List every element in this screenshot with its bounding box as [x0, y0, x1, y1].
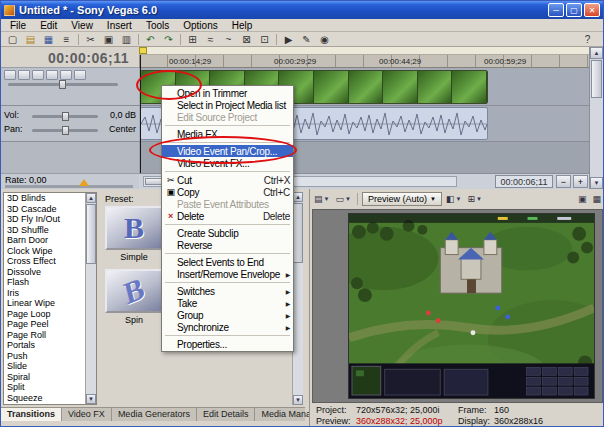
- envelope-edit-tool-icon[interactable]: ✎: [298, 33, 315, 46]
- auto-ripple-icon[interactable]: ~: [220, 33, 237, 46]
- menu-view[interactable]: View: [64, 20, 100, 31]
- edit-cursor[interactable]: [140, 55, 141, 173]
- preset-thumbnail-simple[interactable]: B: [105, 206, 163, 250]
- cut-icon[interactable]: ✂: [82, 33, 99, 46]
- tab-edit-details[interactable]: Edit Details: [197, 408, 256, 421]
- preview-quality-dropdown[interactable]: Preview (Auto)▼: [362, 192, 442, 206]
- project-properties-icon[interactable]: ≡: [58, 33, 75, 46]
- scroll-up-icon[interactable]: ▲: [86, 193, 96, 203]
- scroll-up-icon[interactable]: ▲: [590, 47, 603, 59]
- transition-item[interactable]: Page Peel: [4, 319, 85, 330]
- context-menu-item-open-in-trimmer[interactable]: Open in Trimmer: [162, 87, 293, 99]
- context-menu-item-take[interactable]: Take▶: [162, 297, 293, 309]
- redo-icon[interactable]: ↷: [160, 33, 177, 46]
- pan-slider[interactable]: [32, 129, 98, 132]
- transition-item[interactable]: Push: [4, 351, 85, 362]
- minimize-button[interactable]: ─: [548, 3, 564, 17]
- timeline-timecode-field[interactable]: 00:00:06;11: [495, 175, 553, 188]
- close-button[interactable]: ✕: [584, 3, 600, 17]
- copy-icon[interactable]: ▣: [100, 33, 117, 46]
- panel-scrollbar-thumb[interactable]: [293, 203, 303, 263]
- marker-bar[interactable]: [139, 47, 591, 55]
- split-screen-view-icon[interactable]: ◧▼: [444, 192, 463, 206]
- track-level-slider[interactable]: [8, 83, 118, 86]
- transition-item[interactable]: Split: [4, 382, 85, 393]
- context-menu-item-insert-remove-envelope[interactable]: Insert/Remove Envelope▶: [162, 268, 293, 280]
- context-menu-item-video-event-fx[interactable]: Video Event FX...: [162, 157, 293, 169]
- context-menu-item-select-in-project-media-list[interactable]: Select in Project Media list: [162, 99, 293, 111]
- transition-item[interactable]: Barn Door: [4, 235, 85, 246]
- preset-thumbnail-spin[interactable]: B: [105, 269, 163, 313]
- scroll-down-icon[interactable]: ▼: [293, 395, 303, 405]
- context-menu-item-properties[interactable]: Properties...: [162, 338, 293, 350]
- open-project-icon[interactable]: ▤: [22, 33, 39, 46]
- new-project-icon[interactable]: ▢: [4, 33, 21, 46]
- scroll-down-icon[interactable]: ▼: [590, 177, 603, 189]
- menu-edit[interactable]: Edit: [33, 20, 64, 31]
- track-automation-button[interactable]: [74, 70, 86, 80]
- track-fx-button[interactable]: [60, 70, 72, 80]
- rate-slider[interactable]: [5, 185, 133, 188]
- menu-options[interactable]: Options: [176, 20, 224, 31]
- cursor-marker-flag[interactable]: [139, 47, 147, 54]
- transition-item[interactable]: 3D Fly In/Out: [4, 214, 85, 225]
- context-menu-item-switches[interactable]: Switches▶: [162, 285, 293, 297]
- rate-slider-marker[interactable]: [79, 179, 89, 186]
- enable-snapping-icon[interactable]: ⊞: [184, 33, 201, 46]
- menu-tools[interactable]: Tools: [139, 20, 176, 31]
- transition-item[interactable]: Spiral: [4, 372, 85, 383]
- copy-snapshot-icon[interactable]: ▣: [576, 192, 589, 206]
- transition-item[interactable]: Page Roll: [4, 330, 85, 341]
- context-menu-item-group[interactable]: Group▶: [162, 309, 293, 321]
- undo-icon[interactable]: ↶: [142, 33, 159, 46]
- transition-item[interactable]: Flash: [4, 277, 85, 288]
- track-mute-button[interactable]: [32, 70, 44, 80]
- normal-edit-tool-icon[interactable]: ▶: [280, 33, 297, 46]
- ignore-event-grouping-icon[interactable]: ⊡: [256, 33, 273, 46]
- tab-transitions[interactable]: Transitions: [1, 408, 62, 421]
- zoom-in-button[interactable]: +: [573, 175, 588, 188]
- auto-crossfades-icon[interactable]: ≈: [202, 33, 219, 46]
- context-menu-item-delete[interactable]: ×DeleteDelete: [162, 210, 293, 222]
- track-bypass-fx-button[interactable]: [18, 70, 30, 80]
- transition-item[interactable]: 3D Blinds: [4, 193, 85, 204]
- transition-item[interactable]: 3D Shuffle: [4, 225, 85, 236]
- context-menu-item-copy[interactable]: ▣CopyCtrl+C: [162, 186, 293, 198]
- zoom-edit-tool-icon[interactable]: ◉: [316, 33, 333, 46]
- menu-help[interactable]: Help: [225, 20, 260, 31]
- transition-item[interactable]: Page Loop: [4, 309, 85, 320]
- context-menu-item-create-subclip[interactable]: Create Subclip: [162, 227, 293, 239]
- context-menu-item-video-event-pan-crop[interactable]: Video Event Pan/Crop...: [162, 145, 293, 157]
- time-ruler[interactable]: 00:00:14;29 00:00:29;29 00:00:44;29 00:0…: [139, 55, 591, 68]
- paste-icon[interactable]: ▥: [118, 33, 135, 46]
- audio-track-header[interactable]: Vol: 0,0 dB Pan: Center: [1, 106, 139, 142]
- lock-envelopes-icon[interactable]: ⊠: [238, 33, 255, 46]
- transitions-list[interactable]: 3D Blinds 3D Cascade 3D Fly In/Out 3D Sh…: [3, 192, 97, 405]
- transition-item[interactable]: Portals: [4, 340, 85, 351]
- zoom-out-button[interactable]: −: [556, 175, 571, 188]
- overlays-grid-icon[interactable]: ⊞▼: [465, 192, 484, 206]
- transition-item[interactable]: Dissolve: [4, 267, 85, 278]
- list-scrollbar[interactable]: ▲ ▼: [85, 193, 96, 404]
- transition-item[interactable]: 3D Cascade: [4, 204, 85, 215]
- maximize-button[interactable]: ▢: [566, 3, 582, 17]
- save-snapshot-icon[interactable]: ▦: [590, 192, 603, 206]
- volume-slider[interactable]: [32, 115, 98, 118]
- context-menu-item-reverse[interactable]: Reverse: [162, 239, 293, 251]
- transition-item[interactable]: Cross Effect: [4, 256, 85, 267]
- transition-item[interactable]: Clock Wipe: [4, 246, 85, 257]
- video-track-header[interactable]: [1, 68, 139, 106]
- menu-file[interactable]: File: [3, 20, 33, 31]
- project-video-properties-icon[interactable]: ▤▼: [312, 192, 331, 206]
- scroll-down-icon[interactable]: ▼: [86, 394, 96, 404]
- context-menu-item-synchronize[interactable]: Synchronize▶: [162, 321, 293, 333]
- tab-media-generators[interactable]: Media Generators: [112, 408, 197, 421]
- transition-item[interactable]: Iris: [4, 288, 85, 299]
- vertical-scrollbar[interactable]: ▲ ▼: [589, 47, 603, 189]
- context-menu-item-media-fx[interactable]: Media FX...: [162, 128, 293, 140]
- tab-video-fx[interactable]: Video FX: [62, 408, 112, 421]
- menu-insert[interactable]: Insert: [100, 20, 139, 31]
- context-menu-item-cut[interactable]: ✂CutCtrl+X: [162, 174, 293, 186]
- context-menu-item-select-events-to-end[interactable]: Select Events to End: [162, 256, 293, 268]
- vertical-scrollbar-thumb[interactable]: [591, 60, 602, 98]
